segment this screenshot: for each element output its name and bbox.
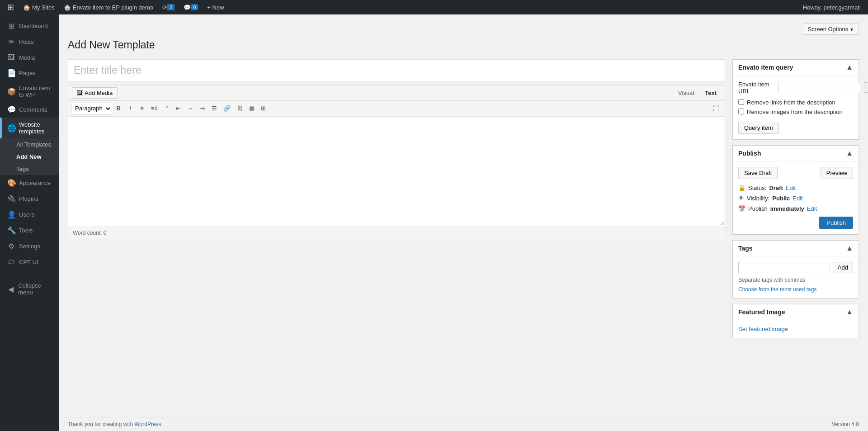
editor-formatting-toolbar: Paragraph B I ≡ ≡# " ⇤ ↔ ⇥ ☰ 🔗 ⛓ ▦ <box>68 100 725 116</box>
featured-image-header[interactable]: Featured Image ▲ <box>733 304 859 320</box>
align-right-button[interactable]: ⇥ <box>197 103 208 114</box>
updates-menu[interactable]: ⟳ 2 <box>159 0 178 14</box>
tags-add-button[interactable]: Add <box>833 262 853 273</box>
preview-button[interactable]: Preview <box>821 167 853 179</box>
sidebar-item-label: Tools <box>19 227 33 234</box>
remove-links-checkbox[interactable] <box>738 99 744 105</box>
submenu-all-templates[interactable]: All Templates <box>0 138 59 151</box>
envato-icon: 📦 <box>7 87 15 96</box>
sidebar-item-label: Comments <box>19 106 47 113</box>
sidebar-item-plugins[interactable]: 🔌 Plugins <box>0 191 59 207</box>
envato-query-toggle[interactable]: ▲ <box>846 63 853 71</box>
format-select[interactable]: Paragraph <box>71 103 112 114</box>
query-item-button[interactable]: Query item <box>738 122 779 134</box>
ordered-list-button[interactable]: ≡# <box>148 103 160 114</box>
sidebar-item-label: Settings <box>19 243 40 250</box>
tags-panel-toggle[interactable]: ▲ <box>846 244 853 252</box>
sidebar-item-posts[interactable]: ✏ Posts <box>0 34 59 50</box>
remove-links-label: Remove links from the description <box>747 99 835 106</box>
add-media-icon: 🖼 <box>77 90 83 96</box>
screen-options-button[interactable]: Screen Options <box>803 24 859 35</box>
insert-table-button[interactable]: ▦ <box>246 103 257 114</box>
sidebar-item-tools[interactable]: 🔧 Tools <box>0 223 59 238</box>
tags-panel-title: Tags <box>738 245 753 252</box>
sidebar-item-cpt-ui[interactable]: 🗂 CPT UI <box>0 254 59 270</box>
align-center-button[interactable]: ↔ <box>185 103 196 114</box>
sidebar-item-label: Appearance <box>19 180 51 186</box>
blockquote-button[interactable]: " <box>161 103 172 114</box>
timing-row: 📅 Publish immediately Edit <box>738 205 853 212</box>
site-icon: 🏠 <box>64 4 71 11</box>
visibility-edit-link[interactable]: Edit <box>793 195 802 202</box>
publish-button-row: Publish <box>738 217 853 229</box>
set-featured-image-link[interactable]: Set featured image <box>738 326 788 332</box>
save-draft-button[interactable]: Save Draft <box>738 167 778 179</box>
status-edit-link[interactable]: Edit <box>786 185 796 191</box>
choose-tags-link[interactable]: Choose from the most used tags <box>738 286 816 293</box>
tags-input[interactable] <box>738 262 830 273</box>
sidebar-item-settings[interactable]: ⚙ Settings <box>0 238 59 254</box>
page-title: Add New Template <box>68 38 859 52</box>
publish-timing-edit-link[interactable]: Edit <box>807 205 817 212</box>
sidebar-item-label: Plugins <box>19 195 38 202</box>
tab-visual[interactable]: Visual <box>674 88 698 98</box>
content-textarea[interactable] <box>68 117 725 225</box>
sidebar-item-label: Pages <box>19 70 36 76</box>
post-title-input[interactable] <box>68 60 725 81</box>
remove-link-button[interactable]: ⛓ <box>234 103 245 114</box>
comments-menu[interactable]: 💬 0 <box>180 0 202 14</box>
tags-panel-header[interactable]: Tags ▲ <box>733 241 859 256</box>
remove-images-row: Remove images from the description <box>738 109 853 115</box>
publish-panel-toggle[interactable]: ▲ <box>846 149 853 157</box>
my-sites-label: My Sites <box>32 4 55 11</box>
sidebar-item-media[interactable]: 🖼 Media <box>0 50 59 65</box>
envato-query-header[interactable]: Envato item query ▲ <box>733 60 859 76</box>
sidebar-item-users[interactable]: 👤 Users <box>0 207 59 223</box>
sidebar-item-collapse[interactable]: ◀ Collapse menu <box>0 279 59 299</box>
sidebar-item-website-templates[interactable]: 🌐 Website templates <box>0 118 59 138</box>
sidebar-item-label: Media <box>19 54 35 61</box>
my-sites-menu[interactable]: 🏠 My Sites <box>19 0 58 14</box>
featured-image-toggle[interactable]: ▲ <box>846 308 853 316</box>
appearance-icon: 🎨 <box>7 179 15 187</box>
publish-panel-header[interactable]: Publish ▲ <box>733 146 859 161</box>
bold-button[interactable]: B <box>113 103 124 114</box>
align-justify-button[interactable]: ☰ <box>209 103 220 114</box>
main-wrap: Screen Options Add New Template 🖼 <box>59 14 868 431</box>
sidebar-item-comments[interactable]: 💬 Comments <box>0 102 59 118</box>
unordered-list-button[interactable]: ≡ <box>137 103 147 114</box>
remove-links-row: Remove links from the description <box>738 99 853 106</box>
sidebar-item-appearance[interactable]: 🎨 Appearance <box>0 175 59 191</box>
comments-icon: 💬 <box>184 4 191 11</box>
word-count-text: Word count: 0 <box>73 230 106 236</box>
envato-query-title: Envato item query <box>738 64 793 71</box>
website-templates-submenu: All Templates Add New Tags <box>0 138 59 175</box>
wordpress-link[interactable]: WordPress <box>134 421 161 427</box>
cpt-ui-icon: 🗂 <box>7 258 15 266</box>
submenu-tags[interactable]: Tags <box>0 163 59 175</box>
tab-text[interactable]: Text <box>700 88 721 98</box>
title-wrap <box>68 59 725 81</box>
envato-url-input[interactable] <box>778 82 860 93</box>
sidebar-item-pages[interactable]: 📄 Pages <box>0 65 59 81</box>
wp-logo-button[interactable]: ⊞ <box>4 0 18 14</box>
collapse-icon: ◀ <box>7 285 14 294</box>
insert-grid-button[interactable]: ⊞ <box>258 103 269 114</box>
new-content-menu[interactable]: + New <box>203 0 227 14</box>
submenu-add-new[interactable]: Add New <box>0 151 59 163</box>
publish-button[interactable]: Publish <box>819 217 853 229</box>
italic-button[interactable]: I <box>125 103 136 114</box>
admin-bar: ⊞ 🏠 My Sites 🏠 Envato item to EP plugin … <box>0 0 868 14</box>
site-name-menu[interactable]: 🏠 Envato item to EP plugin demo <box>60 0 157 14</box>
align-left-button[interactable]: ⇤ <box>173 103 184 114</box>
status-label: Status: <box>748 185 766 191</box>
add-media-button[interactable]: 🖼 Add Media <box>72 87 118 99</box>
website-templates-icon: 🌐 <box>7 124 15 133</box>
envato-url-clear-button[interactable]: ✕ <box>864 82 868 93</box>
sidebar-item-envato-to-wp[interactable]: 📦 Envato item to WP <box>0 81 59 102</box>
sidebar-item-dashboard[interactable]: ⊞ Dashboard <box>0 18 59 34</box>
insert-link-button[interactable]: 🔗 <box>221 103 233 114</box>
expand-editor-button[interactable]: ⛶ <box>710 103 722 114</box>
user-greeting[interactable]: Howdy, peter.gyarmati <box>799 0 864 14</box>
remove-images-checkbox[interactable] <box>738 109 744 114</box>
